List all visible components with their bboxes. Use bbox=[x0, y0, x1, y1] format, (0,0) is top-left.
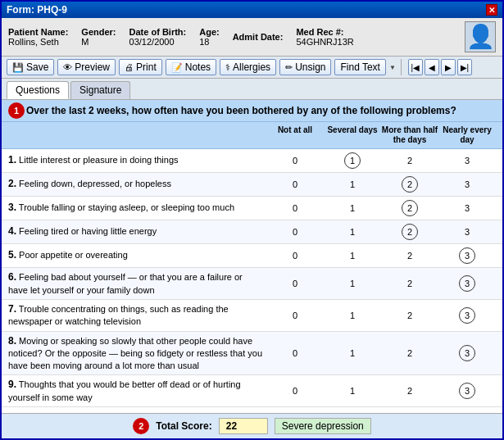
score-cell[interactable]: 1 bbox=[324, 386, 381, 396]
selected-score: 2 bbox=[402, 200, 418, 216]
question-text: 5. Poor appetite or overeating bbox=[8, 249, 266, 262]
patient-bar: Patient Name: Rollins, Seth Gender: M Da… bbox=[2, 18, 502, 57]
score-cell[interactable]: 2 bbox=[381, 251, 438, 261]
tab-questions[interactable]: Questions bbox=[7, 81, 69, 99]
patient-age-value: 18 bbox=[199, 37, 219, 47]
toolbar-dropdown-arrow[interactable]: ▼ bbox=[389, 64, 396, 71]
question-text: 4. Feeling tired or having little energy bbox=[8, 225, 266, 238]
patient-dob-field: Date of Birth: 03/12/2000 bbox=[129, 27, 187, 47]
questions-list: 1. Little interest or pleasure in doing … bbox=[2, 149, 502, 407]
score-cell[interactable]: 3 bbox=[438, 345, 496, 361]
score-cell[interactable]: 0 bbox=[266, 311, 324, 320]
question-text: 3. Trouble falling or staying asleep, or… bbox=[8, 202, 266, 215]
patient-medrec-field: Med Rec #: 54GHNRJ13R bbox=[296, 27, 353, 47]
score-cell[interactable]: 2 bbox=[381, 156, 438, 166]
window-title: Form: PHQ-9 bbox=[7, 4, 67, 16]
score-cell[interactable]: 0 bbox=[266, 279, 324, 288]
score-cell[interactable]: 1 bbox=[324, 227, 381, 237]
score-cell[interactable]: 0 bbox=[266, 156, 324, 166]
col-not-at-all: Not at all bbox=[266, 125, 324, 145]
score-cell[interactable]: 3 bbox=[438, 179, 496, 189]
patient-gender-field: Gender: M bbox=[81, 27, 116, 47]
score-cell[interactable]: 0 bbox=[266, 203, 324, 213]
score-cell[interactable]: 3 bbox=[438, 247, 496, 264]
selected-score: 2 bbox=[402, 224, 418, 240]
score-cell[interactable]: 2 bbox=[381, 311, 438, 320]
column-headers: Not at all Several days More than half t… bbox=[2, 122, 502, 149]
col-several-days: Several days bbox=[324, 125, 381, 145]
nav-first-button[interactable]: |◀ bbox=[408, 59, 423, 75]
question-text: 2. Feeling down, depressed, or hopeless bbox=[8, 178, 266, 191]
table-row: 6. Feeling bad about yourself — or that … bbox=[2, 268, 502, 300]
score-cell[interactable]: 0 bbox=[266, 179, 324, 189]
selected-score: 1 bbox=[344, 152, 361, 169]
question-text: 1. Little interest or pleasure in doing … bbox=[8, 154, 266, 167]
nav-prev-button[interactable]: ◀ bbox=[425, 59, 439, 75]
nav-next-button[interactable]: ▶ bbox=[441, 59, 456, 75]
notes-icon bbox=[171, 61, 183, 73]
score-cell[interactable]: 0 bbox=[266, 251, 324, 261]
score-cell[interactable]: 1 bbox=[324, 348, 381, 358]
allergies-button[interactable]: Allergies bbox=[220, 59, 276, 75]
score-cell[interactable]: 2 bbox=[381, 176, 438, 193]
section-question: Over the last 2 weeks, how often have yo… bbox=[26, 105, 456, 116]
score-cell[interactable]: 1 bbox=[324, 311, 381, 320]
selected-score: 3 bbox=[459, 307, 475, 324]
preview-button[interactable]: Preview bbox=[57, 59, 116, 75]
score-cell[interactable]: 1 bbox=[324, 279, 381, 288]
close-button[interactable]: ✕ bbox=[486, 4, 497, 16]
score-cell[interactable]: 2 bbox=[381, 348, 438, 358]
patient-medrec-label: Med Rec #: bbox=[296, 27, 353, 37]
score-cell[interactable]: 2 bbox=[381, 224, 438, 240]
tab-bar: Questions Signature bbox=[2, 79, 502, 100]
table-row: 7. Trouble concentrating on things, such… bbox=[2, 300, 502, 332]
score-cell[interactable]: 0 bbox=[266, 386, 324, 396]
score-cell[interactable]: 3 bbox=[438, 275, 496, 292]
footer-bar: 2 Total Score: 22 Severe depression bbox=[2, 413, 502, 438]
notes-button[interactable]: Notes bbox=[166, 59, 216, 75]
score-cell[interactable]: 0 bbox=[266, 227, 324, 237]
table-row: 2. Feeling down, depressed, or hopeless0… bbox=[2, 173, 502, 197]
section-number: 1 bbox=[8, 102, 25, 119]
table-row: 9. Thoughts that you would be better off… bbox=[2, 375, 502, 407]
unsign-button[interactable]: Unsign bbox=[279, 59, 331, 75]
toolbar-separator bbox=[401, 59, 402, 75]
score-cell[interactable]: 1 bbox=[324, 203, 381, 213]
print-button[interactable]: Print bbox=[119, 59, 162, 75]
find-text-button[interactable]: Find Text bbox=[334, 59, 385, 75]
score-cell[interactable]: 0 bbox=[266, 348, 324, 358]
question-text: 9. Thoughts that you would be better off… bbox=[8, 379, 266, 403]
selected-score: 3 bbox=[459, 383, 475, 399]
selected-score: 3 bbox=[459, 345, 475, 361]
title-bar: Form: PHQ-9 ✕ bbox=[2, 2, 502, 18]
print-icon bbox=[125, 61, 134, 73]
score-cell[interactable]: 2 bbox=[381, 200, 438, 216]
avatar: 👤 bbox=[465, 21, 496, 52]
col-more-than-half: More than half the days bbox=[381, 125, 438, 145]
patient-gender-label: Gender: bbox=[81, 27, 116, 37]
score-cell[interactable]: 2 bbox=[381, 386, 438, 396]
question-text: 8. Moving or speaking so slowly that oth… bbox=[8, 335, 266, 371]
score-cell[interactable]: 3 bbox=[438, 203, 496, 213]
nav-last-button[interactable]: ▶| bbox=[457, 59, 472, 75]
save-button[interactable]: Save bbox=[7, 59, 54, 75]
patient-dob-label: Date of Birth: bbox=[129, 27, 187, 37]
score-cell[interactable]: 1 bbox=[324, 179, 381, 189]
score-cell[interactable]: 1 bbox=[324, 152, 381, 169]
table-row: 5. Poor appetite or overeating0123 bbox=[2, 244, 502, 268]
selected-score: 3 bbox=[459, 247, 475, 264]
score-cell[interactable]: 3 bbox=[438, 383, 496, 399]
patient-admit-field: Admit Date: bbox=[233, 32, 284, 42]
score-cell[interactable]: 2 bbox=[381, 279, 438, 288]
selected-score: 2 bbox=[402, 176, 418, 193]
score-cell[interactable]: 3 bbox=[438, 156, 496, 166]
unsign-icon bbox=[285, 61, 293, 73]
form-content: 1 Over the last 2 weeks, how often have … bbox=[2, 100, 502, 413]
score-cell[interactable]: 1 bbox=[324, 251, 381, 261]
toolbar: Save Preview Print Notes Allergies Unsig… bbox=[2, 57, 502, 79]
tab-signature[interactable]: Signature bbox=[70, 81, 130, 99]
main-window: Form: PHQ-9 ✕ Patient Name: Rollins, Set… bbox=[0, 0, 504, 440]
preview-icon bbox=[63, 61, 72, 73]
score-cell[interactable]: 3 bbox=[438, 307, 496, 324]
score-cell[interactable]: 3 bbox=[438, 227, 496, 237]
